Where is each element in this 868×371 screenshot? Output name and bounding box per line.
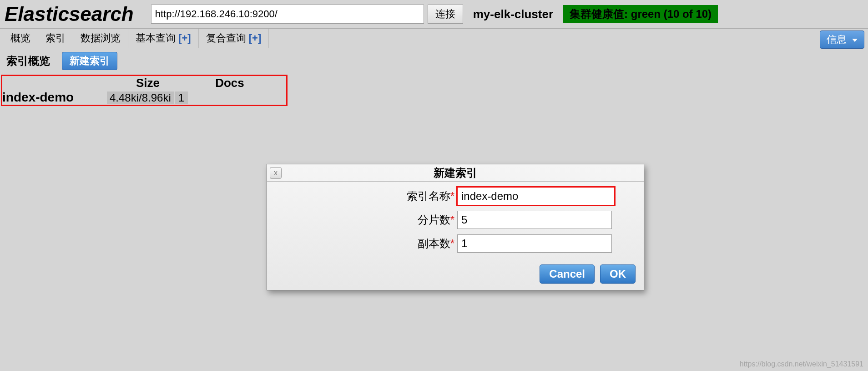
info-dropdown-button[interactable]: 信息 xyxy=(820,30,864,49)
cluster-url-input[interactable] xyxy=(151,5,424,24)
index-summary-box: Size Docs index-demo 4.48ki/8.96ki 1 xyxy=(1,75,288,106)
tab-basic-query-label: 基本查询 xyxy=(136,32,176,44)
cluster-name: my-elk-cluster xyxy=(473,7,553,21)
dialog-body: 索引名称* 分片数* 副本数* xyxy=(267,182,644,263)
tab-basic-query-plus[interactable]: [+] xyxy=(178,32,191,44)
index-name-cell: index-demo xyxy=(2,90,107,105)
tab-index[interactable]: 索引 xyxy=(38,29,73,48)
app-title: Elasticsearch xyxy=(5,3,134,25)
dialog-footer: Cancel OK xyxy=(267,263,644,290)
col-docs-header: Docs xyxy=(189,76,271,90)
index-name-label: 索引名称* xyxy=(275,189,457,203)
tab-overview[interactable]: 概览 xyxy=(3,29,38,48)
new-index-dialog: x 新建索引 索引名称* 分片数* 副本数* Cancel OK xyxy=(267,164,644,290)
new-index-button[interactable]: 新建索引 xyxy=(62,52,117,70)
tab-compound-query-label: 复合查询 xyxy=(206,32,246,44)
chevron-down-icon xyxy=(852,39,858,42)
replicas-input[interactable] xyxy=(457,234,612,253)
required-asterisk: * xyxy=(450,190,454,202)
col-name-header xyxy=(2,76,107,90)
index-table-header: Size Docs xyxy=(2,76,286,90)
dialog-title-bar[interactable]: x 新建索引 xyxy=(267,164,644,182)
close-icon[interactable]: x xyxy=(270,167,282,179)
tab-browse[interactable]: 数据浏览 xyxy=(73,29,128,48)
form-row-shards: 分片数* xyxy=(275,211,636,229)
index-name-input[interactable] xyxy=(457,187,615,205)
header-bar: Elasticsearch 连接 my-elk-cluster 集群健康值: g… xyxy=(0,0,868,28)
connect-button[interactable]: 连接 xyxy=(428,5,463,24)
required-asterisk: * xyxy=(450,213,454,226)
shards-label: 分片数* xyxy=(275,213,457,227)
cluster-health-badge: 集群健康值: green (10 of 10) xyxy=(563,5,718,23)
cancel-button[interactable]: Cancel xyxy=(540,264,595,284)
watermark: https://blog.csdn.net/weixin_51431591 xyxy=(740,360,863,368)
ok-button[interactable]: OK xyxy=(600,264,636,284)
table-row[interactable]: index-demo 4.48ki/8.96ki 1 xyxy=(2,90,286,105)
form-row-name: 索引名称* xyxy=(275,187,636,205)
index-size-cell: 4.48ki/8.96ki xyxy=(107,91,174,104)
info-button-label: 信息 xyxy=(827,34,847,45)
tab-compound-query[interactable]: 复合查询 [+] xyxy=(199,29,269,48)
replicas-label-text: 副本数 xyxy=(418,237,450,249)
required-asterisk: * xyxy=(450,237,454,249)
form-row-replicas: 副本数* xyxy=(275,234,636,253)
tabs-bar: 概览 索引 数据浏览 基本查询 [+] 复合查询 [+] 信息 xyxy=(0,28,868,48)
dialog-title: 新建索引 xyxy=(267,166,644,180)
tab-basic-query[interactable]: 基本查询 [+] xyxy=(128,29,199,48)
col-size-header: Size xyxy=(107,76,189,90)
shards-label-text: 分片数 xyxy=(418,213,450,226)
shards-input[interactable] xyxy=(457,211,612,229)
index-docs-cell: 1 xyxy=(175,91,188,104)
tab-compound-query-plus[interactable]: [+] xyxy=(249,32,262,44)
replicas-label: 副本数* xyxy=(275,236,457,251)
sub-toolbar: 索引概览 新建索引 xyxy=(0,48,868,74)
index-name-label-text: 索引名称 xyxy=(407,190,450,202)
page-subtitle: 索引概览 xyxy=(6,54,50,68)
